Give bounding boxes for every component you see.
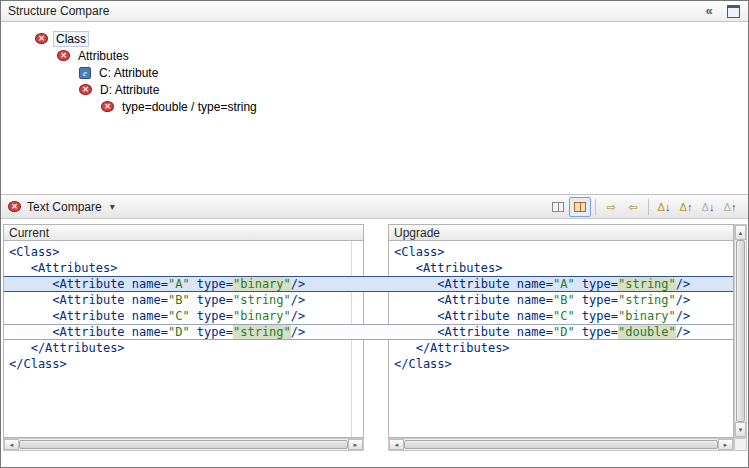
change-icon: ✕: [57, 50, 70, 61]
code-line[interactable]: <Class>: [4, 244, 363, 260]
code-lines-left: <Class> <Attributes> <Attribute name="A"…: [4, 241, 363, 437]
tree-item[interactable]: ✕type=double / type=string: [1, 98, 748, 115]
tree-item[interactable]: ✕Attributes: [1, 47, 748, 64]
scroll-right-arrow-icon[interactable]: ►: [718, 439, 733, 450]
collapse-icon[interactable]: «: [701, 3, 717, 19]
toolbar-separator: [595, 199, 596, 215]
vertical-scrollbar[interactable]: ▲ ▼: [734, 224, 747, 438]
scrollbar-corner: [734, 438, 747, 451]
right-pane-header: Upgrade: [388, 224, 734, 241]
ancestor-pane-button[interactable]: [547, 197, 569, 217]
left-horizontal-scrollbar-thumb[interactable]: [19, 440, 348, 449]
code-line[interactable]: <Attribute name="D" type="double"/>: [389, 324, 733, 340]
code-line[interactable]: <Attribute name="C" type="binary"/>: [389, 308, 733, 324]
copy-right-to-left-button[interactable]: ⇦: [622, 197, 644, 217]
tree-item-label: Class: [53, 31, 89, 47]
structure-tree: ✕Class✕AttributeseC: Attribute✕D: Attrib…: [1, 22, 748, 194]
code-line[interactable]: <Attribute name="B" type="string"/>: [389, 292, 733, 308]
code-lines-right: <Class> <Attributes> <Attribute name="A"…: [389, 241, 733, 437]
code-line[interactable]: <Attribute name="D" type="string"/>: [4, 324, 363, 340]
copy-left-to-right-button[interactable]: ⇨: [600, 197, 622, 217]
left-pane: <Class> <Attributes> <Attribute name="A"…: [3, 241, 364, 438]
text-compare-toolbar: ⇨⇦Δ↓Δ↑Δ↓Δ↑: [547, 197, 741, 217]
element-icon: e: [79, 67, 91, 79]
structure-header-icons: «: [701, 3, 741, 19]
change-icon: ✕: [79, 84, 92, 95]
two-pane-icon: [552, 202, 564, 212]
tree-item-label: Attributes: [75, 48, 132, 64]
two-way-compare-button[interactable]: [569, 197, 591, 217]
tree-item[interactable]: ✕D: Attribute: [1, 81, 748, 98]
left-pane-header: Current: [3, 224, 364, 241]
compare-body: Current Upgrade <Class> <Attributes> <At…: [1, 219, 748, 467]
tree-item[interactable]: ✕Class: [1, 30, 748, 47]
code-line[interactable]: </Class>: [389, 356, 733, 372]
tree-item-label: type=double / type=string: [119, 99, 260, 115]
two-pane-icon: [574, 202, 586, 212]
tree-item-label: C: Attribute: [96, 65, 161, 81]
code-line[interactable]: </Attributes>: [389, 340, 733, 356]
toolbar-separator: [648, 199, 649, 215]
text-compare-title: Text Compare: [27, 200, 102, 214]
change-icon: ✕: [8, 201, 21, 212]
code-line[interactable]: <Attributes>: [4, 260, 363, 276]
right-pane: <Class> <Attributes> <Attribute name="A"…: [388, 241, 734, 438]
scroll-up-arrow-icon[interactable]: ▲: [735, 225, 746, 240]
structure-compare-header: Structure Compare «: [1, 1, 748, 22]
text-compare-header: ✕ Text Compare ▾ ⇨⇦Δ↓Δ↑Δ↓Δ↑: [1, 194, 748, 219]
tree-item[interactable]: eC: Attribute: [1, 64, 748, 81]
previous-difference-button[interactable]: Δ↑: [675, 197, 697, 217]
code-line[interactable]: <Attribute name="B" type="string"/>: [4, 292, 363, 308]
tree-item-label: D: Attribute: [97, 82, 162, 98]
diff-connector: [363, 324, 389, 340]
maximize-icon[interactable]: [725, 3, 741, 19]
code-line[interactable]: <Class>: [389, 244, 733, 260]
scroll-down-arrow-icon[interactable]: ▼: [735, 422, 746, 437]
code-line[interactable]: <Attribute name="A" type="string"/>: [389, 276, 733, 292]
diff-connector: [363, 276, 389, 292]
code-line[interactable]: </Attributes>: [4, 340, 363, 356]
scroll-left-arrow-icon[interactable]: ◄: [389, 439, 404, 450]
code-line[interactable]: </Class>: [4, 356, 363, 372]
code-line[interactable]: <Attribute name="A" type="binary"/>: [4, 276, 363, 292]
window-shape-icon: [727, 5, 740, 18]
change-icon: ✕: [35, 33, 48, 44]
code-line[interactable]: <Attributes>: [389, 260, 733, 276]
chevron-down-icon[interactable]: ▾: [110, 201, 115, 212]
previous-change-button[interactable]: Δ↑: [719, 197, 741, 217]
right-horizontal-scrollbar-thumb[interactable]: [404, 440, 718, 449]
scroll-left-arrow-icon[interactable]: ◄: [4, 439, 19, 450]
compare-editor: Structure Compare « ✕Class✕AttributeseC:…: [0, 0, 749, 468]
next-change-button[interactable]: Δ↓: [697, 197, 719, 217]
next-difference-button[interactable]: Δ↓: [653, 197, 675, 217]
right-horizontal-scrollbar[interactable]: ◄ ►: [388, 438, 734, 451]
left-horizontal-scrollbar[interactable]: ◄ ►: [3, 438, 364, 451]
structure-compare-title: Structure Compare: [8, 4, 109, 18]
code-line[interactable]: <Attribute name="C" type="binary"/>: [4, 308, 363, 324]
vertical-scrollbar-thumb[interactable]: [736, 240, 745, 422]
change-icon: ✕: [101, 101, 114, 112]
scroll-right-arrow-icon[interactable]: ►: [348, 439, 363, 450]
